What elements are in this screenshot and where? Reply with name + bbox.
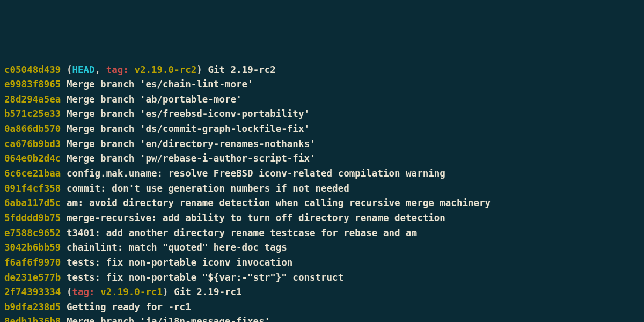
log-line: f6af6f9970 tests: fix non-portable iconv… [4,255,640,270]
commit-hash: ca676b9bd3 [4,138,61,149]
commit-hash: 28d294a5ea [4,94,61,105]
commit-message: Merge branch 'es/chain-lint-more' [67,79,253,90]
log-line: 064e0b2d4c Merge branch 'pw/rebase-i-aut… [4,151,640,166]
git-log-output: c05048d439 (HEAD, tag: v2.19.0-rc2) Git … [4,63,640,322]
commit-message: commit: don't use generation numbers if … [67,183,349,194]
commit-hash: b571c25e33 [4,108,61,119]
log-line: 6c6ce21baa config.mak.uname: resolve Fre… [4,166,640,181]
log-line: 2f74393334 (tag: v2.19.0-rc1) Git 2.19-r… [4,285,640,300]
refs-open-paren: ( [67,287,72,297]
commit-hash: c05048d439 [4,64,61,75]
commit-message: Merge branch 'ab/portable-more' [67,94,242,105]
commit-message: Merge branch 'es/freebsd-iconv-portabili… [67,108,310,119]
commit-message: Merge branch 'ja/i18n-message-fixes' [67,316,270,322]
commit-message: Getting ready for -rc1 [67,302,191,312]
ref-tag-label: tag: [72,287,100,297]
commit-message: am: avoid directory rename detection whe… [67,197,491,208]
log-line: c05048d439 (HEAD, tag: v2.19.0-rc2) Git … [4,63,640,78]
commit-message: merge-recursive: add ability to turn off… [67,213,445,223]
commit-hash: 5fdddd9b75 [4,213,61,223]
log-line: 091f4cf358 commit: don't use generation … [4,181,640,196]
commit-hash: 064e0b2d4c [4,153,61,164]
commit-hash: 3042b6bb59 [4,242,61,253]
ref-tag-name: v2.19.0-rc2 [134,64,196,75]
refs-open-paren: ( [67,64,72,75]
commit-hash: 0a866db570 [4,123,61,134]
ref-tag-label: tag: [106,64,135,75]
commit-hash: de231e577b [4,272,61,283]
log-line: 0a866db570 Merge branch 'ds/commit-graph… [4,122,640,137]
commit-hash: 6c6ce21baa [4,168,61,179]
log-line: 8edb1b36b8 Merge branch 'ja/i18n-message… [4,314,640,322]
ref-separator: , [95,64,106,75]
commit-message: tests: fix non-portable "${var:-"str"}" … [67,272,343,283]
commit-message: Merge branch 'en/directory-renames-notha… [67,138,316,149]
commit-hash: 8edb1b36b8 [4,316,61,322]
commit-hash: f6af6f9970 [4,257,61,268]
log-line: b571c25e33 Merge branch 'es/freebsd-icon… [4,107,640,122]
commit-message: tests: fix non-portable iconv invocation [67,257,292,268]
commit-hash: e7588c9652 [4,228,61,238]
log-line: 6aba117d5c am: avoid directory rename de… [4,196,640,211]
commit-message: Merge branch 'pw/rebase-i-author-script-… [67,153,316,164]
ref-tag-name: v2.19.0-rc1 [100,287,163,297]
commit-hash: b9dfa238d5 [4,302,61,312]
log-line: 5fdddd9b75 merge-recursive: add ability … [4,211,640,226]
log-line: ca676b9bd3 Merge branch 'en/directory-re… [4,137,640,152]
refs-close-paren: ) [196,64,202,75]
commit-hash: 6aba117d5c [4,197,61,208]
commit-message: Git 2.19-rc2 [208,64,275,75]
log-line: b9dfa238d5 Getting ready for -rc1 [4,300,640,315]
log-line: 3042b6bb59 chainlint: match "quoted" her… [4,240,640,255]
commit-message: t3401: add another directory rename test… [67,228,417,238]
log-line: de231e577b tests: fix non-portable "${va… [4,270,640,286]
refs-close-paren: ) [163,287,169,297]
log-line: 28d294a5ea Merge branch 'ab/portable-mor… [4,92,640,107]
log-line: e9983f8965 Merge branch 'es/chain-lint-m… [4,77,640,92]
commit-message: Merge branch 'ds/commit-graph-lockfile-f… [67,123,310,134]
commit-hash: 2f74393334 [4,287,61,297]
log-line: e7588c9652 t3401: add another directory … [4,226,640,241]
commit-hash: 091f4cf358 [4,183,61,194]
commit-message: Git 2.19-rc1 [174,287,241,297]
commit-message: chainlint: match "quoted" here-doc tags [67,242,287,253]
commit-hash: e9983f8965 [4,79,61,90]
ref-head: HEAD [72,64,94,75]
commit-message: config.mak.uname: resolve FreeBSD iconv-… [67,168,445,179]
